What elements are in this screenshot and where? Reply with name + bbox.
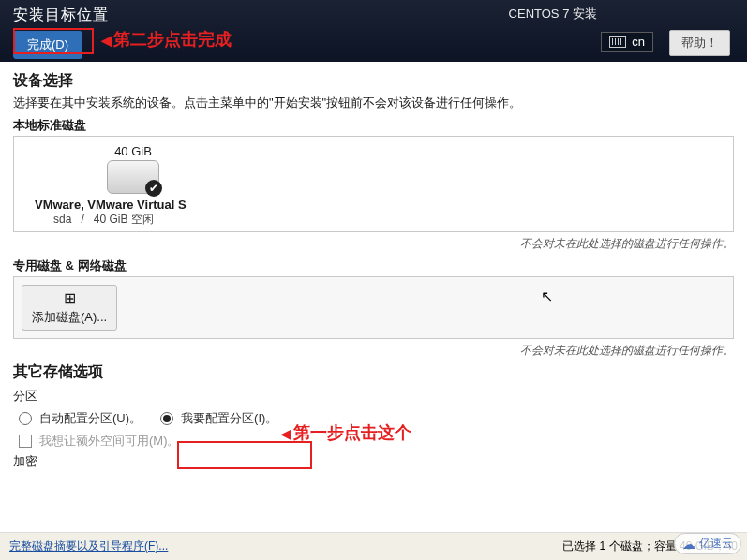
annotation-step2: 第二步点击完成 (101, 28, 232, 51)
watermark: ☁ 亿速云 (674, 533, 741, 554)
disk-name: VMware, VMware Virtual S (25, 198, 241, 212)
disk-item[interactable]: 40 GiB ✔ VMware, VMware Virtual S sda / … (25, 144, 241, 228)
special-disk-heading: 专用磁盘 & 网络磁盘 (13, 258, 734, 274)
installer-name: CENTOS 7 安装 (509, 6, 597, 22)
screen-title: 安装目标位置 (13, 6, 734, 25)
disk-free: 40 GiB 空闲 (94, 213, 154, 226)
keyboard-indicator[interactable]: cn (601, 32, 653, 52)
main-content: 设备选择 选择要在其中安装系统的设备。点击主菜单中的"开始安装"按钮前不会对该设… (0, 62, 747, 470)
watermark-text: 亿速云 (699, 536, 733, 552)
checkbox-extra-label: 我想让额外空间可用(M)。 (39, 433, 180, 449)
add-disk-button[interactable]: ⊞ 添加磁盘(A)... (22, 285, 117, 331)
add-disk-label: 添加磁盘(A)... (32, 309, 107, 326)
no-action-note-2: 不会对未在此处选择的磁盘进行任何操作。 (13, 343, 734, 359)
top-bar: 安装目标位置 CENTOS 7 安装 完成(D) 第二步点击完成 cn 帮助！ (0, 0, 747, 62)
done-button[interactable]: 完成(D) (13, 31, 82, 59)
disk-id: sda (53, 213, 71, 226)
help-button[interactable]: 帮助！ (669, 30, 730, 56)
disk-details: sda / 40 GiB 空闲 (25, 212, 241, 228)
radio-auto-partition[interactable] (19, 412, 32, 425)
device-heading: 设备选择 (13, 71, 734, 91)
radio-custom-partition[interactable] (160, 412, 173, 425)
checkbox-extra-space[interactable] (19, 435, 32, 448)
no-action-note-1: 不会对未在此处选择的磁盘进行任何操作。 (13, 236, 734, 252)
keyboard-icon (609, 36, 626, 48)
bottom-bar: 完整磁盘摘要以及引导程序(F)... 已选择 1 个磁盘；容量 40 GiB；4… (0, 532, 747, 560)
storage-heading: 其它存储选项 (13, 362, 734, 382)
keyboard-lang: cn (632, 35, 645, 49)
cloud-icon: ☁ (682, 537, 695, 552)
partition-heading: 分区 (13, 388, 734, 405)
local-disk-heading: 本地标准磁盘 (13, 117, 734, 134)
disk-capacity: 40 GiB (25, 144, 241, 158)
harddrive-icon: ✔ (107, 160, 159, 194)
annotation-step1: 第一步点击这个 (281, 421, 411, 444)
special-disk-panel: ⊞ 添加磁盘(A)... (13, 276, 734, 339)
check-icon: ✔ (145, 180, 162, 197)
mouse-cursor-icon: ↖ (541, 287, 553, 305)
device-desc: 选择要在其中安装系统的设备。点击主菜单中的"开始安装"按钮前不会对该设备进行任何… (13, 95, 734, 111)
radio-auto-label: 自动配置分区(U)。 (39, 410, 142, 427)
local-disk-panel: 40 GiB ✔ VMware, VMware Virtual S sda / … (13, 136, 734, 232)
add-icon: ⊞ (64, 289, 76, 307)
disk-sep: / (81, 213, 83, 226)
disk-summary-link[interactable]: 完整磁盘摘要以及引导程序(F)... (9, 538, 168, 554)
encrypt-heading: 加密 (13, 453, 734, 470)
radio-custom-label: 我要配置分区(I)。 (181, 410, 277, 427)
